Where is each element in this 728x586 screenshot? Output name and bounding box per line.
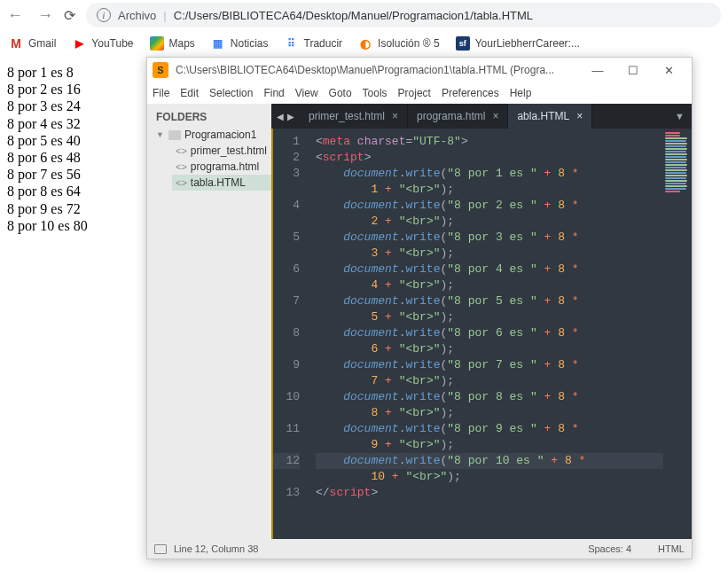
bookmark-label: Isolución ® 5 (378, 37, 440, 50)
tab-bar: ◀ ▶ primer_test.html× programa.html× abl… (271, 104, 692, 129)
menu-project[interactable]: Project (398, 87, 431, 99)
code-area[interactable]: <meta charset="UTF-8"><script> document.… (307, 129, 692, 539)
bookmark-maps[interactable]: Maps (150, 36, 195, 51)
bookmark-label: Maps (169, 37, 195, 50)
tab-overflow-icon[interactable]: ▼ (668, 104, 692, 129)
bookmark-noticias[interactable]: ▦Noticias (211, 36, 269, 51)
chevron-down-icon: ▼ (156, 130, 165, 139)
minimize-button[interactable]: — (580, 59, 615, 82)
forward-icon[interactable]: → (37, 6, 53, 25)
tab-primer-test[interactable]: primer_test.html× (300, 104, 408, 129)
folder-root[interactable]: ▼ Programacion1 (153, 127, 271, 143)
bookmark-youtube[interactable]: ▶YouTube (72, 36, 133, 51)
tab-prev-icon[interactable]: ◀ (277, 112, 284, 121)
output-line: 8 por 6 es 48 (7, 149, 88, 166)
output-line: 8 por 1 es 8 (7, 64, 88, 81)
menu-help[interactable]: Help (510, 87, 532, 99)
bookmark-label: YourLiebherrCareer:... (475, 37, 580, 50)
reload-icon[interactable]: ⟳ (64, 7, 75, 24)
maximize-button[interactable]: ☐ (615, 59, 651, 82)
code-icon: <> (176, 177, 187, 188)
tab-label: primer_test.html (309, 110, 385, 122)
status-lang[interactable]: HTML (658, 543, 685, 554)
folders-heading: FOLDERS (147, 104, 271, 127)
addr-label: Archivo (118, 9, 156, 22)
menu-selection[interactable]: Selection (209, 87, 253, 99)
bookmark-label: Noticias (231, 37, 269, 50)
window-title: C:\Users\BIBLIOTECA64\Desktop\Manuel\Pro… (176, 64, 580, 76)
output-line: 8 por 8 es 64 (7, 183, 88, 199)
news-icon: ▦ (211, 36, 225, 51)
nav-arrows: ← → (7, 6, 53, 25)
output-line: 8 por 5 es 40 (7, 132, 88, 149)
output-line: 8 por 2 es 16 (7, 81, 88, 98)
bookmark-label: Traducir (304, 37, 343, 50)
bookmark-liebherr[interactable]: sfYourLiebherrCareer:... (456, 36, 580, 51)
file-name: tabla.HTML (191, 176, 246, 189)
editor[interactable]: 12345678910111213 <meta charset="UTF-8">… (271, 129, 692, 539)
code-icon: <> (176, 161, 187, 172)
bookmark-label: Gmail (28, 37, 56, 50)
folder-icon (168, 130, 181, 140)
sf-icon: sf (456, 36, 470, 51)
bookmark-traducir[interactable]: ⠿Traducir (285, 36, 343, 51)
status-pos[interactable]: Line 12, Column 38 (174, 543, 258, 554)
panel-icon[interactable] (154, 544, 167, 554)
output-line: 8 por 3 es 24 (7, 98, 88, 114)
bookmarks-bar: MGmail ▶YouTube Maps ▦Noticias ⠿Traducir… (0, 30, 728, 57)
youtube-icon: ▶ (72, 36, 86, 51)
maps-icon (150, 36, 164, 51)
close-icon[interactable]: × (492, 110, 498, 122)
close-button[interactable]: ✕ (651, 59, 686, 82)
bookmark-gmail[interactable]: MGmail (9, 36, 56, 51)
browser-toolbar: ← → ⟳ i Archivo | C:/Users/BIBLIOTECA64/… (0, 0, 728, 30)
status-bar: Line 12, Column 38 Spaces: 4 HTML (147, 539, 692, 559)
translate-icon: ⠿ (285, 36, 299, 51)
output-line: 8 por 7 es 56 (7, 166, 88, 183)
back-icon[interactable]: ← (7, 6, 23, 25)
file-name: primer_test.html (191, 145, 267, 157)
file-item[interactable]: <>programa.html (172, 159, 271, 175)
file-name: programa.html (191, 160, 259, 173)
menu-tools[interactable]: Tools (363, 87, 387, 99)
output-line: 8 por 10 es 80 (7, 217, 88, 234)
editor-body: FOLDERS ▼ Programacion1 <>primer_test.ht… (147, 104, 692, 539)
tab-label: programa.html (417, 110, 485, 122)
menu-preferences[interactable]: Preferences (442, 87, 499, 99)
tab-label: abla.HTML (517, 110, 569, 122)
file-item[interactable]: <>primer_test.html (172, 143, 271, 159)
menu-view[interactable]: View (295, 87, 318, 99)
gutter: 12345678910111213 (271, 129, 307, 539)
output-line: 8 por 4 es 32 (7, 115, 88, 132)
menu-find[interactable]: Find (263, 87, 284, 99)
close-icon[interactable]: × (392, 110, 398, 122)
close-icon[interactable]: × (576, 110, 583, 122)
isolucion-icon: ◐ (358, 36, 372, 51)
window-buttons: — ☐ ✕ (580, 59, 686, 82)
file-item[interactable]: <>tabla.HTML (172, 175, 271, 191)
bookmark-isolucion[interactable]: ◐Isolución ® 5 (358, 36, 440, 51)
addr-url: C:/Users/BIBLIOTECA64/Desktop/Manuel/Pro… (174, 9, 533, 22)
bookmark-label: YouTube (91, 37, 133, 50)
info-icon[interactable]: i (97, 8, 111, 22)
page-output: 8 por 1 es 8 8 por 2 es 16 8 por 3 es 24… (7, 64, 88, 234)
status-spaces[interactable]: Spaces: 4 (588, 543, 631, 554)
page-viewport: 8 por 1 es 8 8 por 2 es 16 8 por 3 es 24… (0, 57, 728, 586)
menu-edit[interactable]: Edit (180, 87, 199, 99)
tab-programa[interactable]: programa.html× (408, 104, 508, 129)
tab-tabla[interactable]: abla.HTML× (508, 104, 592, 129)
minimap[interactable] (663, 129, 692, 539)
folder-name: Programacion1 (184, 129, 256, 141)
gmail-icon: M (9, 36, 23, 51)
menu-file[interactable]: File (153, 87, 169, 99)
address-bar[interactable]: i Archivo | C:/Users/BIBLIOTECA64/Deskto… (86, 3, 721, 27)
menu-bar: File Edit Selection Find View Goto Tools… (147, 82, 692, 104)
addr-sep: | (163, 9, 166, 22)
sublime-window: S C:\Users\BIBLIOTECA64\Desktop\Manuel\P… (146, 57, 693, 559)
tab-nav: ◀ ▶ (271, 104, 300, 129)
sidebar: FOLDERS ▼ Programacion1 <>primer_test.ht… (147, 104, 271, 539)
menu-goto[interactable]: Goto (329, 87, 352, 99)
file-list: <>primer_test.html <>programa.html <>tab… (153, 143, 271, 191)
tab-next-icon[interactable]: ▶ (287, 112, 294, 121)
titlebar[interactable]: S C:\Users\BIBLIOTECA64\Desktop\Manuel\P… (147, 58, 692, 82)
